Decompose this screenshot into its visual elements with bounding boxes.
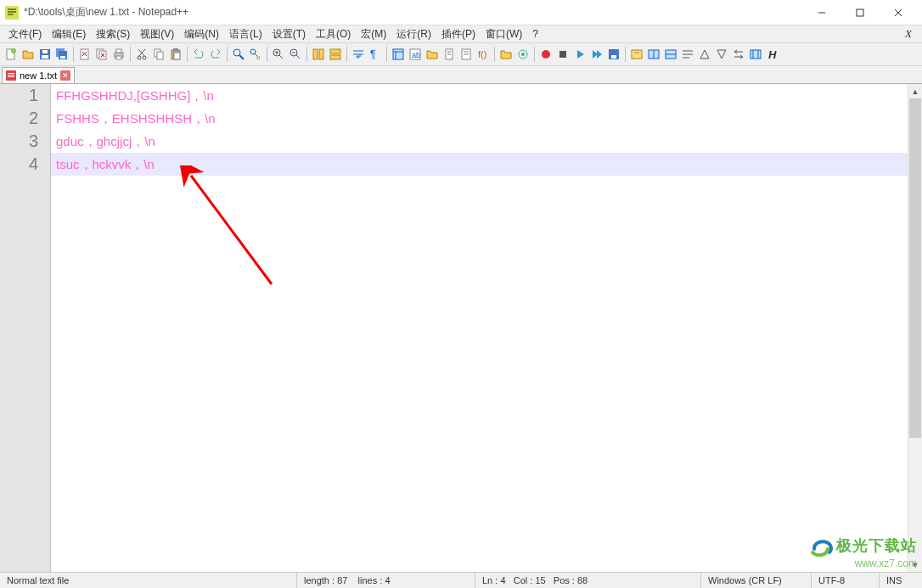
scroll-down-icon[interactable]: ▼ bbox=[908, 557, 922, 572]
open-icon[interactable] bbox=[20, 46, 36, 63]
menu-window[interactable]: 窗口(W) bbox=[481, 25, 527, 43]
svg-rect-30 bbox=[173, 48, 178, 51]
show-all-chars-icon[interactable]: ¶ bbox=[368, 46, 383, 63]
folder-view-icon[interactable] bbox=[424, 46, 440, 63]
btn3-icon[interactable] bbox=[663, 46, 678, 63]
status-mode: Normal text file bbox=[0, 573, 297, 588]
menu-encoding[interactable]: 编码(N) bbox=[179, 25, 224, 43]
lang-icon[interactable]: ab bbox=[408, 46, 423, 63]
line-gutter: 1 2 3 4 bbox=[0, 84, 51, 572]
svg-rect-69 bbox=[632, 50, 642, 59]
undo-icon[interactable] bbox=[191, 46, 206, 63]
code-line-active: tsuc，hckvvk，\n bbox=[51, 153, 908, 176]
line-number: 4 bbox=[0, 153, 38, 176]
btn7-icon[interactable] bbox=[731, 46, 746, 63]
menu-macro[interactable]: 宏(M) bbox=[356, 25, 391, 43]
btn2-icon[interactable] bbox=[646, 46, 661, 63]
window-title: *D:\tools\桌面\new 1.txt - Notepad++ bbox=[24, 5, 802, 20]
folder-icon[interactable] bbox=[498, 46, 514, 63]
wrap-icon[interactable] bbox=[351, 46, 366, 63]
svg-line-33 bbox=[239, 55, 244, 59]
btn8-icon[interactable] bbox=[748, 46, 763, 63]
record-icon[interactable] bbox=[538, 46, 554, 63]
tab-close-icon[interactable]: ✕ bbox=[60, 70, 70, 81]
doc-list-icon[interactable] bbox=[458, 46, 474, 63]
save-icon[interactable] bbox=[37, 46, 53, 63]
menu-tools[interactable]: 工具(O) bbox=[311, 25, 356, 43]
menu-search[interactable]: 搜索(S) bbox=[91, 25, 135, 43]
svg-rect-80 bbox=[751, 50, 761, 59]
zoom-out-icon[interactable] bbox=[288, 46, 303, 63]
svg-rect-66 bbox=[559, 51, 566, 58]
replace-icon[interactable]: b bbox=[248, 46, 263, 63]
svg-point-23 bbox=[138, 56, 141, 59]
play-multi-icon[interactable] bbox=[589, 46, 604, 63]
indent-guide-icon[interactable] bbox=[391, 46, 406, 63]
svg-rect-47 bbox=[330, 55, 340, 59]
sync-v-icon[interactable] bbox=[311, 46, 326, 63]
maximize-button[interactable] bbox=[840, 0, 879, 25]
svg-point-32 bbox=[233, 49, 240, 56]
func-list-icon[interactable]: f() bbox=[475, 46, 491, 63]
zoom-in-icon[interactable] bbox=[271, 46, 286, 63]
btn5-icon[interactable] bbox=[697, 46, 712, 63]
paste-icon[interactable] bbox=[168, 46, 183, 63]
svg-rect-9 bbox=[42, 50, 48, 53]
monitor-icon[interactable] bbox=[515, 46, 531, 63]
menu-settings[interactable]: 设置(T) bbox=[267, 25, 311, 43]
print-icon[interactable] bbox=[111, 46, 126, 63]
menu-plugins[interactable]: 插件(P) bbox=[436, 25, 481, 43]
close-tab-x[interactable]: X bbox=[898, 27, 919, 41]
code-line: FSHHS，EHSHSHHSH，\n bbox=[51, 107, 908, 130]
menu-run[interactable]: 运行(R) bbox=[391, 25, 436, 43]
svg-point-64 bbox=[521, 53, 525, 56]
code-editor[interactable]: FFHGSHHDJ,[GSHHG]，\n FSHHS，EHSHSHHSH，\n … bbox=[51, 84, 908, 572]
svg-rect-68 bbox=[611, 55, 616, 59]
svg-line-42 bbox=[296, 55, 300, 59]
scroll-up-icon[interactable]: ▲ bbox=[908, 84, 922, 98]
sync-h-icon[interactable] bbox=[328, 46, 343, 63]
save-macro-icon[interactable] bbox=[606, 46, 621, 63]
scroll-thumb[interactable] bbox=[909, 98, 921, 438]
tab-label: new 1.txt bbox=[20, 70, 57, 81]
menu-bar: 文件(F) 编辑(E) 搜索(S) 视图(V) 编码(N) 语言(L) 设置(T… bbox=[0, 25, 922, 42]
copy-icon[interactable] bbox=[151, 46, 166, 63]
svg-point-6 bbox=[11, 48, 16, 53]
tab-file[interactable]: new 1.txt ✕ bbox=[2, 67, 75, 83]
svg-text:ab: ab bbox=[412, 51, 420, 59]
doc-map-icon[interactable] bbox=[441, 46, 457, 63]
close-button[interactable] bbox=[879, 0, 917, 25]
new-icon[interactable] bbox=[3, 46, 19, 63]
title-bar: *D:\tools\桌面\new 1.txt - Notepad++ bbox=[0, 0, 922, 25]
save-all-icon[interactable] bbox=[54, 46, 70, 63]
svg-rect-31 bbox=[174, 53, 180, 59]
menu-language[interactable]: 语言(L) bbox=[224, 25, 267, 43]
find-icon[interactable] bbox=[231, 46, 246, 63]
btn4-icon[interactable] bbox=[680, 46, 695, 63]
close-all-icon[interactable] bbox=[94, 46, 110, 63]
menu-help[interactable]: ? bbox=[527, 26, 543, 42]
btn9-icon[interactable]: H bbox=[765, 46, 780, 63]
status-cursor: Ln : 4 Col : 15 Pos : 88 bbox=[475, 573, 701, 588]
svg-rect-12 bbox=[60, 56, 65, 59]
btn6-icon[interactable] bbox=[714, 46, 729, 63]
btn1-icon[interactable] bbox=[629, 46, 644, 63]
svg-rect-22 bbox=[116, 56, 121, 59]
svg-text:¶: ¶ bbox=[370, 48, 375, 60]
stop-icon[interactable] bbox=[555, 46, 571, 63]
minimize-button[interactable] bbox=[802, 0, 840, 25]
vertical-scrollbar[interactable]: ▲ ▼ bbox=[908, 84, 922, 572]
cut-icon[interactable] bbox=[134, 46, 149, 63]
play-icon[interactable] bbox=[572, 46, 587, 63]
svg-rect-51 bbox=[393, 49, 403, 59]
redo-icon[interactable] bbox=[208, 46, 223, 63]
menu-view[interactable]: 视图(V) bbox=[135, 25, 179, 43]
close-file-icon[interactable] bbox=[77, 46, 93, 63]
status-length: length : 87 lines : 4 bbox=[297, 573, 475, 588]
menu-edit[interactable]: 编辑(E) bbox=[47, 25, 91, 43]
line-number: 2 bbox=[0, 107, 38, 130]
svg-rect-45 bbox=[319, 49, 323, 59]
menu-file[interactable]: 文件(F) bbox=[3, 25, 47, 43]
svg-text:H: H bbox=[768, 48, 777, 61]
line-number: 1 bbox=[0, 84, 38, 107]
